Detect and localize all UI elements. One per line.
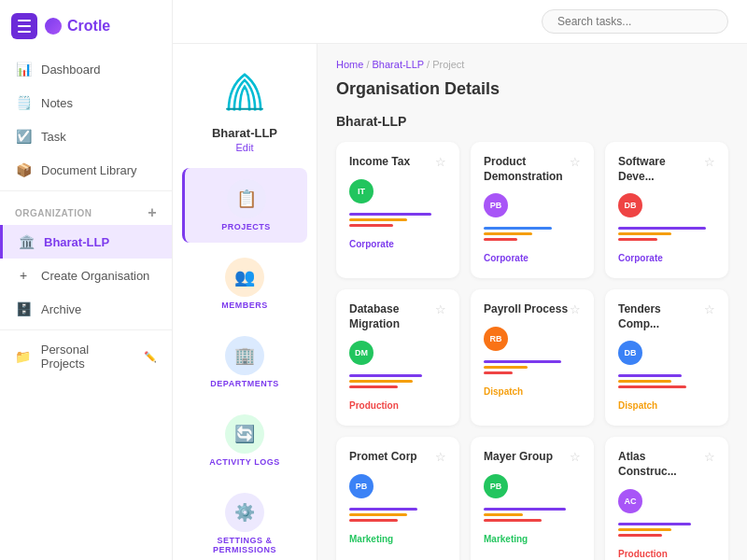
org-section-header: ORGANIZATION + [0, 195, 172, 225]
project-card-payroll-process[interactable]: Payroll Process ☆ RB Dispatch [471, 289, 594, 426]
progress-bar [484, 513, 523, 516]
star-icon[interactable]: ☆ [435, 450, 446, 464]
star-icon[interactable]: ☆ [435, 302, 446, 316]
progress-bar [484, 227, 552, 230]
progress-bars [618, 523, 715, 537]
star-icon[interactable]: ☆ [704, 302, 715, 316]
org-icon: 🏛️ [18, 233, 35, 250]
progress-bar [349, 508, 417, 511]
sidebar-label-personal-projects: Personal Projects [41, 343, 134, 371]
sidebar-item-document-library[interactable]: 📦 Document Library [0, 153, 172, 187]
menu-item-settings[interactable]: ⚙️ SETTINGS & PERMISSIONS [182, 482, 307, 560]
star-icon[interactable]: ☆ [570, 155, 581, 169]
avatar: RB [484, 327, 508, 351]
sidebar-label-archive: Archive [41, 302, 81, 316]
avatar-row: AC [618, 489, 715, 513]
menu-label-settings: SETTINGS & PERMISSIONS [190, 536, 300, 554]
card-title: Database Migration [349, 302, 435, 331]
project-tag: Corporate [484, 251, 529, 265]
sidebar-label-bharat-llp: Bharat-LLP [44, 235, 109, 249]
project-card-income-tax[interactable]: Income Tax ☆ IT Corporate [336, 142, 459, 278]
app-name: Crotle [67, 18, 110, 35]
card-header: Income Tax ☆ [349, 155, 446, 170]
avatar: PB [484, 193, 508, 217]
avatar-row: PB [484, 474, 581, 498]
search-input[interactable] [542, 9, 728, 34]
sidebar-item-dashboard[interactable]: 📊 Dashboard [0, 52, 172, 86]
avatar: PB [484, 474, 508, 498]
progress-bar [484, 508, 566, 511]
progress-bar [484, 360, 561, 363]
avatar-row: DB [618, 341, 715, 365]
sidebar-label-task: Task [41, 130, 66, 144]
project-card-product-demo[interactable]: Product Demonstration ☆ PB Corporate [471, 142, 594, 278]
progress-bar [618, 528, 671, 531]
menu-item-activity-logs[interactable]: 🔄 ACTIVITY LOGS [182, 403, 307, 478]
edit-org-link[interactable]: Edit [236, 142, 254, 153]
progress-bar [618, 374, 682, 377]
progress-bars [349, 213, 446, 227]
menu-label-members: MEMBERS [221, 301, 268, 310]
progress-bars [618, 374, 715, 388]
org-section-label: ORGANIZATION [15, 208, 92, 218]
project-card-tenders-comp[interactable]: Tenders Comp... ☆ DB Dispatch [605, 289, 728, 426]
breadcrumb-bharat-llp[interactable]: Bharat-LLP [373, 59, 424, 70]
departments-icon: 🏢 [225, 336, 264, 375]
progress-bar [618, 534, 662, 537]
project-card-promet-corp[interactable]: Promet Corp ☆ PB Marketing [336, 437, 459, 560]
avatar: IT [349, 179, 374, 203]
project-card-database-migration[interactable]: Database Migration ☆ DM Production [336, 289, 459, 426]
card-title: Product Demonstration [484, 155, 570, 184]
star-icon[interactable]: ☆ [704, 155, 715, 169]
project-tag: Dispatch [618, 399, 657, 413]
card-header: Software Deve... ☆ [618, 155, 715, 184]
card-title: Income Tax [349, 155, 410, 170]
sidebar-item-notes[interactable]: 🗒️ Notes [0, 86, 172, 119]
card-title: Mayer Group [484, 450, 553, 465]
avatar: PB [349, 474, 374, 498]
star-icon[interactable]: ☆ [704, 450, 715, 464]
sidebar-item-archive[interactable]: 🗄️ Archive [0, 292, 172, 326]
hamburger-icon[interactable] [11, 13, 37, 39]
logo-icon [45, 18, 62, 35]
sidebar-item-create-org[interactable]: + Create Organisation [0, 259, 172, 292]
edit-personal-projects-icon[interactable]: ✏️ [144, 351, 157, 363]
progress-bar [349, 380, 413, 383]
card-header: Mayer Group ☆ [484, 450, 581, 465]
breadcrumb-home[interactable]: Home [336, 59, 363, 70]
progress-bar [484, 371, 513, 374]
project-card-mayer-group[interactable]: Mayer Group ☆ PB Marketing [471, 437, 594, 560]
menu-item-projects[interactable]: 📋 PROJECTS [182, 168, 307, 243]
sidebar-item-task[interactable]: ☑️ Task [0, 119, 172, 153]
org-name: Bharat-LLP [212, 126, 277, 140]
projects-icon: 📋 [227, 179, 266, 218]
avatar-row: RB [484, 327, 581, 351]
progress-bar [349, 224, 393, 227]
members-icon: 👥 [225, 258, 264, 297]
page-title: Organisation Details [336, 79, 728, 99]
star-icon[interactable]: ☆ [435, 155, 446, 169]
star-icon[interactable]: ☆ [570, 302, 581, 316]
sidebar-item-personal-projects[interactable]: 📁 Personal Projects ✏️ [0, 334, 172, 379]
sidebar: Crotle 📊 Dashboard 🗒️ Notes ☑️ Task 📦 Do… [0, 0, 173, 560]
document-library-icon: 📦 [15, 161, 32, 178]
personal-projects-icon: 📁 [15, 348, 32, 365]
progress-bar [349, 385, 398, 388]
project-card-software-dev[interactable]: Software Deve... ☆ DB Corporate [605, 142, 728, 278]
section-title: Bharat-LLP [336, 114, 728, 129]
menu-item-departments[interactable]: 🏢 DEPARTMENTS [182, 325, 307, 399]
progress-bar [618, 385, 686, 388]
org-logo [212, 63, 277, 119]
create-org-icon: + [15, 267, 32, 284]
menu-label-activity-logs: ACTIVITY LOGS [209, 457, 279, 467]
sidebar-item-bharat-llp[interactable]: 🏛️ Bharat-LLP [0, 225, 172, 259]
project-card-atlas-construc[interactable]: Atlas Construc... ☆ AC Production [605, 437, 728, 560]
card-title: Tenders Comp... [618, 302, 704, 331]
star-icon[interactable]: ☆ [570, 450, 581, 464]
project-tag: Marketing [349, 532, 393, 546]
activity-logs-icon: 🔄 [225, 414, 264, 454]
add-org-button[interactable]: + [148, 204, 157, 221]
progress-bars [349, 508, 446, 522]
progress-bars [484, 227, 581, 241]
menu-item-members[interactable]: 👥 MEMBERS [182, 246, 307, 321]
